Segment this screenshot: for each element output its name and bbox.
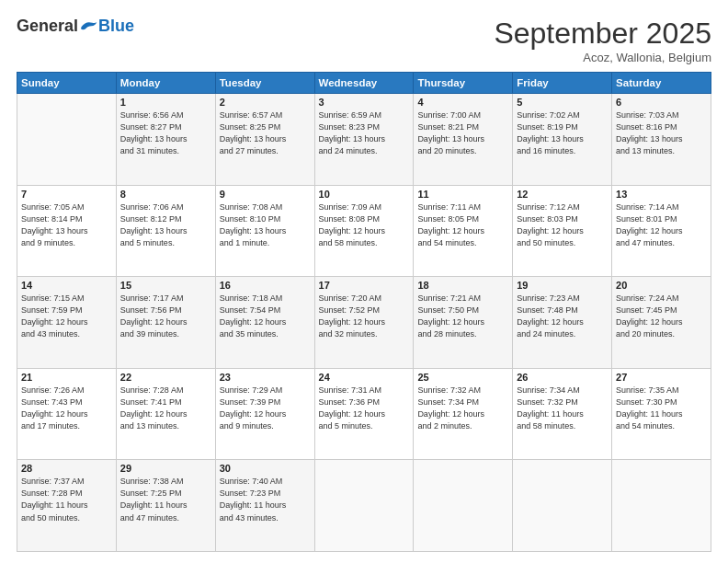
day-number: 15 bbox=[120, 280, 211, 291]
day-info: Sunrise: 7:26 AM Sunset: 7:43 PM Dayligh… bbox=[21, 385, 112, 432]
col-sunday: Sunday bbox=[17, 73, 117, 94]
day-cell: 19Sunrise: 7:23 AM Sunset: 7:48 PM Dayli… bbox=[513, 277, 612, 369]
day-cell: 30Sunrise: 7:40 AM Sunset: 7:23 PM Dayli… bbox=[215, 460, 314, 552]
week-row-1: 7Sunrise: 7:05 AM Sunset: 8:14 PM Daylig… bbox=[17, 185, 711, 277]
day-cell: 28Sunrise: 7:37 AM Sunset: 7:28 PM Dayli… bbox=[17, 460, 117, 552]
day-info: Sunrise: 7:08 AM Sunset: 8:10 PM Dayligh… bbox=[220, 201, 311, 249]
week-row-0: 1Sunrise: 6:56 AM Sunset: 8:27 PM Daylig… bbox=[17, 94, 711, 186]
day-info: Sunrise: 7:28 AM Sunset: 7:41 PM Dayligh… bbox=[120, 385, 211, 432]
day-number: 3 bbox=[319, 97, 410, 108]
day-info: Sunrise: 7:09 AM Sunset: 8:08 PM Dayligh… bbox=[319, 201, 410, 249]
day-number: 12 bbox=[517, 189, 608, 200]
col-wednesday: Wednesday bbox=[314, 73, 414, 94]
subtitle: Acoz, Wallonia, Belgium bbox=[494, 51, 711, 64]
day-number: 24 bbox=[319, 372, 410, 383]
day-cell: 26Sunrise: 7:34 AM Sunset: 7:32 PM Dayli… bbox=[513, 368, 612, 460]
logo-bird-icon bbox=[80, 18, 98, 35]
day-cell: 24Sunrise: 7:31 AM Sunset: 7:36 PM Dayli… bbox=[314, 368, 414, 460]
day-cell: 2Sunrise: 6:57 AM Sunset: 8:25 PM Daylig… bbox=[215, 94, 314, 186]
day-cell: 23Sunrise: 7:29 AM Sunset: 7:39 PM Dayli… bbox=[215, 368, 314, 460]
day-info: Sunrise: 7:32 AM Sunset: 7:34 PM Dayligh… bbox=[417, 385, 508, 432]
day-number: 30 bbox=[220, 463, 311, 474]
day-cell: 12Sunrise: 7:12 AM Sunset: 8:03 PM Dayli… bbox=[513, 185, 612, 277]
day-number: 5 bbox=[517, 97, 608, 108]
day-info: Sunrise: 7:31 AM Sunset: 7:36 PM Dayligh… bbox=[319, 385, 410, 432]
day-number: 25 bbox=[417, 372, 508, 383]
day-cell: 18Sunrise: 7:21 AM Sunset: 7:50 PM Dayli… bbox=[414, 277, 513, 369]
day-info: Sunrise: 6:59 AM Sunset: 8:23 PM Dayligh… bbox=[319, 109, 410, 157]
day-number: 16 bbox=[220, 280, 311, 291]
day-cell: 17Sunrise: 7:20 AM Sunset: 7:52 PM Dayli… bbox=[314, 277, 414, 369]
day-info: Sunrise: 7:37 AM Sunset: 7:28 PM Dayligh… bbox=[21, 476, 112, 523]
day-info: Sunrise: 7:14 AM Sunset: 8:01 PM Dayligh… bbox=[616, 201, 707, 249]
day-cell: 3Sunrise: 6:59 AM Sunset: 8:23 PM Daylig… bbox=[314, 94, 414, 186]
day-number: 23 bbox=[220, 372, 311, 383]
day-number: 2 bbox=[220, 97, 311, 108]
day-number: 10 bbox=[319, 189, 410, 200]
page: General Blue September 2025 Acoz, Wallon… bbox=[0, 0, 728, 563]
day-cell: 11Sunrise: 7:11 AM Sunset: 8:05 PM Dayli… bbox=[414, 185, 513, 277]
calendar: Sunday Monday Tuesday Wednesday Thursday… bbox=[17, 72, 711, 552]
day-number: 7 bbox=[21, 189, 112, 200]
day-info: Sunrise: 7:12 AM Sunset: 8:03 PM Dayligh… bbox=[517, 201, 608, 249]
day-cell: 25Sunrise: 7:32 AM Sunset: 7:34 PM Dayli… bbox=[414, 368, 513, 460]
day-cell: 21Sunrise: 7:26 AM Sunset: 7:43 PM Dayli… bbox=[17, 368, 117, 460]
day-number: 1 bbox=[120, 97, 211, 108]
header: General Blue September 2025 Acoz, Wallon… bbox=[17, 17, 711, 64]
day-info: Sunrise: 7:15 AM Sunset: 7:59 PM Dayligh… bbox=[21, 293, 112, 340]
day-number: 22 bbox=[120, 372, 211, 383]
col-friday: Friday bbox=[513, 73, 612, 94]
day-info: Sunrise: 7:24 AM Sunset: 7:45 PM Dayligh… bbox=[616, 293, 707, 340]
day-info: Sunrise: 7:21 AM Sunset: 7:50 PM Dayligh… bbox=[417, 293, 508, 340]
day-info: Sunrise: 7:34 AM Sunset: 7:32 PM Dayligh… bbox=[517, 385, 608, 432]
day-cell bbox=[17, 94, 117, 186]
day-number: 28 bbox=[21, 463, 112, 474]
day-cell: 27Sunrise: 7:35 AM Sunset: 7:30 PM Dayli… bbox=[612, 368, 711, 460]
logo-text: General Blue bbox=[17, 17, 134, 36]
day-cell: 1Sunrise: 6:56 AM Sunset: 8:27 PM Daylig… bbox=[116, 94, 215, 186]
week-row-4: 28Sunrise: 7:37 AM Sunset: 7:28 PM Dayli… bbox=[17, 460, 711, 552]
month-title: September 2025 bbox=[494, 17, 711, 51]
day-number: 27 bbox=[616, 372, 707, 383]
day-cell: 8Sunrise: 7:06 AM Sunset: 8:12 PM Daylig… bbox=[116, 185, 215, 277]
day-info: Sunrise: 6:56 AM Sunset: 8:27 PM Dayligh… bbox=[120, 109, 211, 157]
day-info: Sunrise: 7:40 AM Sunset: 7:23 PM Dayligh… bbox=[220, 476, 311, 523]
day-cell bbox=[414, 460, 513, 552]
day-cell bbox=[314, 460, 414, 552]
day-cell: 29Sunrise: 7:38 AM Sunset: 7:25 PM Dayli… bbox=[116, 460, 215, 552]
week-row-3: 21Sunrise: 7:26 AM Sunset: 7:43 PM Dayli… bbox=[17, 368, 711, 460]
logo-blue: Blue bbox=[98, 17, 134, 36]
day-number: 18 bbox=[417, 280, 508, 291]
day-cell: 10Sunrise: 7:09 AM Sunset: 8:08 PM Dayli… bbox=[314, 185, 414, 277]
day-cell bbox=[513, 460, 612, 552]
logo: General Blue bbox=[17, 17, 134, 36]
day-info: Sunrise: 7:03 AM Sunset: 8:16 PM Dayligh… bbox=[616, 109, 707, 157]
day-number: 19 bbox=[517, 280, 608, 291]
day-info: Sunrise: 7:23 AM Sunset: 7:48 PM Dayligh… bbox=[517, 293, 608, 340]
day-number: 17 bbox=[319, 280, 410, 291]
day-cell: 14Sunrise: 7:15 AM Sunset: 7:59 PM Dayli… bbox=[17, 277, 117, 369]
day-number: 6 bbox=[616, 97, 707, 108]
day-cell: 5Sunrise: 7:02 AM Sunset: 8:19 PM Daylig… bbox=[513, 94, 612, 186]
day-number: 13 bbox=[616, 189, 707, 200]
day-info: Sunrise: 7:11 AM Sunset: 8:05 PM Dayligh… bbox=[417, 201, 508, 249]
day-number: 4 bbox=[417, 97, 508, 108]
day-info: Sunrise: 7:18 AM Sunset: 7:54 PM Dayligh… bbox=[220, 293, 311, 340]
col-saturday: Saturday bbox=[612, 73, 711, 94]
day-info: Sunrise: 7:17 AM Sunset: 7:56 PM Dayligh… bbox=[120, 293, 211, 340]
day-number: 29 bbox=[120, 463, 211, 474]
header-row: Sunday Monday Tuesday Wednesday Thursday… bbox=[17, 73, 711, 94]
day-cell: 4Sunrise: 7:00 AM Sunset: 8:21 PM Daylig… bbox=[414, 94, 513, 186]
day-info: Sunrise: 7:35 AM Sunset: 7:30 PM Dayligh… bbox=[616, 385, 707, 432]
day-cell: 6Sunrise: 7:03 AM Sunset: 8:16 PM Daylig… bbox=[612, 94, 711, 186]
day-cell bbox=[612, 460, 711, 552]
day-cell: 9Sunrise: 7:08 AM Sunset: 8:10 PM Daylig… bbox=[215, 185, 314, 277]
day-cell: 20Sunrise: 7:24 AM Sunset: 7:45 PM Dayli… bbox=[612, 277, 711, 369]
day-cell: 16Sunrise: 7:18 AM Sunset: 7:54 PM Dayli… bbox=[215, 277, 314, 369]
day-info: Sunrise: 7:38 AM Sunset: 7:25 PM Dayligh… bbox=[120, 476, 211, 523]
day-cell: 7Sunrise: 7:05 AM Sunset: 8:14 PM Daylig… bbox=[17, 185, 117, 277]
day-number: 21 bbox=[21, 372, 112, 383]
day-info: Sunrise: 7:05 AM Sunset: 8:14 PM Dayligh… bbox=[21, 201, 112, 249]
day-cell: 15Sunrise: 7:17 AM Sunset: 7:56 PM Dayli… bbox=[116, 277, 215, 369]
day-cell: 22Sunrise: 7:28 AM Sunset: 7:41 PM Dayli… bbox=[116, 368, 215, 460]
